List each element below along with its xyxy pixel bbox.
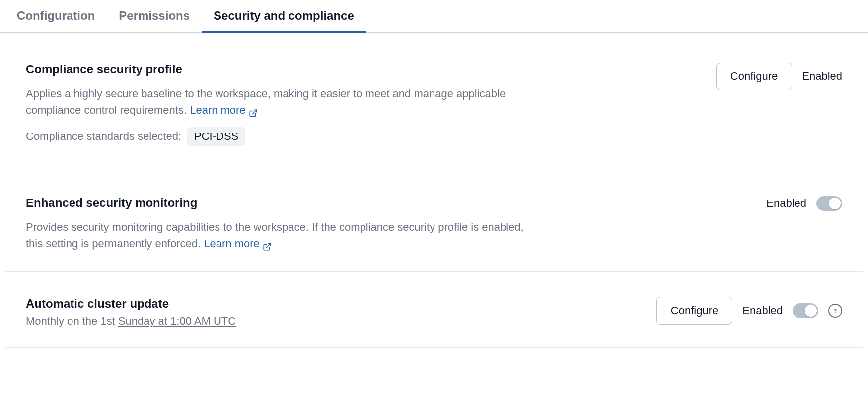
svg-line-0 (252, 110, 256, 114)
compliance-learn-more-link[interactable]: Learn more (190, 102, 258, 118)
toggle-knob (829, 198, 841, 209)
external-link-icon (263, 239, 272, 248)
monitoring-learn-more-link[interactable]: Learn more (204, 235, 272, 252)
compliance-title: Compliance security profile (26, 63, 532, 76)
monitoring-toggle[interactable] (816, 196, 842, 211)
section-compliance-left: Compliance security profile Applies a hi… (26, 63, 532, 146)
cluster-schedule: Monthly on the 1st Sunday at 1:00 AM UTC (26, 315, 532, 328)
section-compliance-profile: Compliance security profile Applies a hi… (5, 33, 863, 166)
tab-permissions[interactable]: Permissions (107, 0, 202, 33)
monitoring-status-label: Enabled (766, 197, 806, 210)
section-cluster-right: Configure Enabled (656, 297, 842, 325)
section-auto-cluster-update: Automatic cluster update Monthly on the … (5, 272, 863, 348)
compliance-standards-row: Compliance standards selected: PCI-DSS (26, 127, 532, 146)
cluster-configure-button[interactable]: Configure (656, 297, 732, 325)
section-cluster-left: Automatic cluster update Monthly on the … (26, 297, 532, 328)
cluster-schedule-link[interactable]: Sunday at 1:00 AM UTC (118, 315, 236, 327)
cluster-status-label: Enabled (742, 304, 783, 317)
cluster-schedule-prefix: Monthly on the 1st (26, 315, 118, 327)
tab-bar: Configuration Permissions Security and c… (0, 0, 868, 33)
toggle-knob (805, 305, 817, 317)
cluster-toggle[interactable] (793, 303, 818, 318)
compliance-configure-button[interactable]: Configure (716, 63, 792, 90)
compliance-standard-tag: PCI-DSS (187, 127, 245, 146)
tab-security-compliance[interactable]: Security and compliance (202, 0, 366, 33)
section-enhanced-monitoring: Enhanced security monitoring Provides se… (5, 166, 863, 272)
settings-content: Compliance security profile Applies a hi… (0, 33, 868, 348)
monitoring-title: Enhanced security monitoring (26, 196, 532, 210)
compliance-description: Applies a highly secure baseline to the … (26, 85, 532, 118)
monitoring-description: Provides security monitoring capabilitie… (26, 219, 532, 252)
compliance-learn-more-text: Learn more (190, 102, 246, 118)
monitoring-desc-text: Provides security monitoring capabilitie… (26, 221, 524, 250)
section-compliance-right: Configure Enabled (716, 63, 842, 90)
monitoring-learn-more-text: Learn more (204, 235, 260, 252)
cluster-title: Automatic cluster update (26, 297, 532, 311)
section-monitoring-right: Enabled (766, 196, 842, 211)
svg-line-1 (266, 243, 270, 247)
external-link-icon (249, 106, 258, 115)
tab-configuration[interactable]: Configuration (5, 0, 107, 33)
compliance-standards-label: Compliance standards selected: (26, 130, 181, 143)
compliance-status-label: Enabled (802, 70, 842, 83)
section-monitoring-left: Enhanced security monitoring Provides se… (26, 196, 532, 252)
help-icon[interactable] (828, 304, 842, 318)
compliance-desc-text: Applies a highly secure baseline to the … (26, 87, 506, 116)
